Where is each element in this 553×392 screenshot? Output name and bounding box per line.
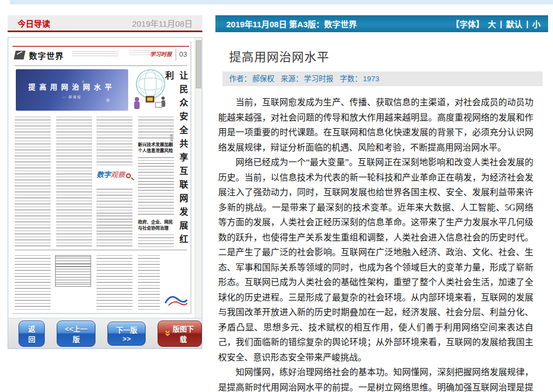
font-size-large-link[interactable]: 大 xyxy=(488,18,496,29)
source-name: 学习时报 xyxy=(304,75,333,83)
paragraph: 当前，互联网愈发成为生产、传播、获取信息的主渠道，对社会成员的动员功能越来越强，… xyxy=(218,95,533,155)
download-icon xyxy=(165,330,170,337)
masthead-divider xyxy=(15,65,187,66)
top-strip xyxy=(10,0,553,4)
page-number: 03 xyxy=(176,49,187,61)
edition-info: 2019年11月08日 第A3版：数字世界 xyxy=(226,18,357,29)
main-layout: 今日导读 2019年11月08日 数字世界 学习时报 03 xyxy=(8,15,548,392)
masthead-info-text xyxy=(72,51,118,58)
thumbnail-text-column xyxy=(15,255,51,310)
thumbnail-subheadline: 政府、企业、网民 与社会协同治理 xyxy=(138,219,177,231)
previous-page-button[interactable]: <<上一版 xyxy=(57,321,95,347)
banner-title: 提高用网治网水平 xyxy=(16,81,128,92)
scrollbar-thumb[interactable] xyxy=(196,40,201,88)
thumbnail-subheadline: 新兴技术发展加剧 个人信息泄露风险 xyxy=(138,142,177,154)
today-guide-label: 今日导读 xyxy=(17,17,50,29)
font-size-small-link[interactable]: 小 xyxy=(532,18,540,29)
article-banner-image: 提高用网治网水平 — 郝保权 xyxy=(16,69,128,111)
thumbnail-text-column xyxy=(138,234,174,249)
wordcount-value: 1973 xyxy=(363,75,380,83)
author-label: 作者： xyxy=(229,75,251,83)
section-name: 数字世界 xyxy=(29,50,64,61)
paper-name: 学习时报 xyxy=(150,50,172,58)
font-size-controls: 【字体】 大 | 默认 | 小 xyxy=(452,18,540,29)
sidebar: 今日导读 2019年11月08日 数字世界 学习时报 03 xyxy=(8,15,202,392)
author-name: 郝保权 xyxy=(253,75,275,83)
magnifier-icon xyxy=(126,173,131,178)
source-label: 来源： xyxy=(281,75,303,83)
article-panel: 2019年11月08日 第A3版：数字世界 【字体】 大 | 默认 | 小 提高… xyxy=(215,15,548,392)
thumbnail-text-column xyxy=(138,157,174,216)
newspaper-thumbnail[interactable]: 数字世界 学习时报 03 提高用网治网水平 — 郝保权 xyxy=(8,38,195,318)
font-size-label: 【字体】 xyxy=(452,18,484,29)
thumbnail-text-column xyxy=(15,117,51,249)
thumbnail-text-column xyxy=(97,189,133,249)
section-divider xyxy=(15,250,187,250)
article-title: 提高用网治网水平 xyxy=(229,47,548,64)
separator: | xyxy=(500,19,502,28)
article-body: 当前，互联网愈发成为生产、传播、获取信息的主渠道，对社会成员的动员功能越来越强，… xyxy=(218,95,533,392)
sidebar-date: 2019年11月08日 xyxy=(132,17,193,29)
back-button[interactable]: 返回 xyxy=(19,321,45,347)
thumbnail-text-column xyxy=(56,117,92,249)
masthead-rule xyxy=(13,46,189,47)
download-layout-button[interactable]: 版图下载 xyxy=(158,321,202,347)
thumbnail-text-column xyxy=(138,117,174,140)
paragraph: 网络已经成为一个“最大变量”。互联网正在深刻地影响和改变人类社会发展的历史。当前… xyxy=(218,155,533,365)
next-page-button[interactable]: 下一版>> xyxy=(107,322,146,346)
article-meta-bar: 作者：郝保权 来源：学习时报 字数：1973 xyxy=(223,71,543,86)
column-logo: 数字观察 xyxy=(97,169,137,185)
page-thumbnail-panel: 数字世界 学习时报 03 提高用网治网水平 — 郝保权 xyxy=(8,37,202,349)
newspaper-masthead: 数字世界 学习时报 03 xyxy=(15,49,187,64)
thumbnail-text-column xyxy=(97,255,133,310)
banner-byline: — 郝保权 xyxy=(16,94,128,99)
separator: | xyxy=(526,19,528,28)
wordcount-label: 字数： xyxy=(340,75,362,83)
sidebar-scrollbar[interactable] xyxy=(195,38,202,318)
thumbnail-toolbar: 返回 <<上一版 下一版>> 版图下载 xyxy=(8,318,202,348)
paper-bottom-logo xyxy=(163,292,188,309)
font-size-default-link[interactable]: 默认 xyxy=(506,18,522,29)
section-logo-icon xyxy=(14,51,25,59)
thumbnail-text-column xyxy=(138,255,160,310)
thumbnail-framed-box xyxy=(55,255,91,287)
article-header-bar: 2019年11月08日 第A3版：数字世界 【字体】 大 | 默认 | 小 xyxy=(215,15,548,32)
paragraph: 知网懂网，练好治理网络社会的基本功。知网懂网，深刻把握网络发展规律，是提高新时代… xyxy=(218,365,533,392)
newspaper-page: 数字世界 学习时报 03 提高用网治网水平 — 郝保权 xyxy=(11,40,190,313)
sidebar-header: 今日导读 2019年11月08日 xyxy=(8,15,202,32)
thumbnail-text-column xyxy=(97,117,133,167)
